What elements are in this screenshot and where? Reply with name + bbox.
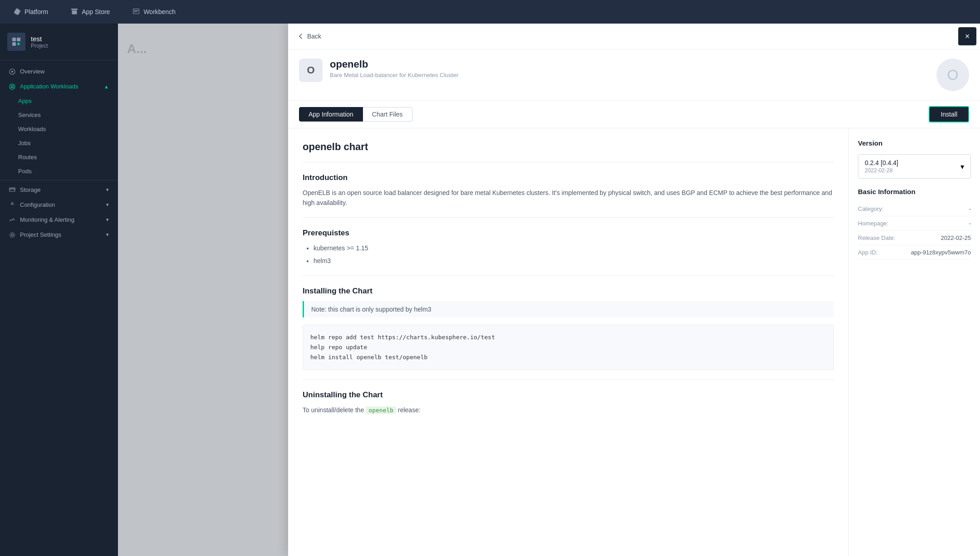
nav-workbench[interactable]: Workbench <box>128 5 180 18</box>
sidebar: test Project Overview Application Worklo… <box>0 24 118 556</box>
note-block: Note: this chart is only supported by he… <box>303 301 834 317</box>
app-id-label: App ID: <box>858 249 877 256</box>
project-info: test Project <box>31 35 48 49</box>
basic-info-title: Basic Information <box>858 188 971 195</box>
app-subtitle: Bare Metal Load-balancer for Kubernetes … <box>330 72 458 78</box>
sidebar-app-workloads-label: Application Workloads <box>20 83 78 90</box>
svg-rect-3 <box>18 43 20 45</box>
sidebar-project-settings-label: Project Settings <box>20 231 61 238</box>
install-button[interactable]: Install <box>929 106 969 122</box>
project-icon <box>7 33 25 51</box>
sidebar-item-configuration[interactable]: Configuration ▾ <box>0 197 118 212</box>
svg-rect-10 <box>13 85 14 87</box>
svg-point-8 <box>10 84 15 89</box>
project-type: Project <box>31 43 48 49</box>
nav-app-store[interactable]: App Store <box>66 5 114 18</box>
sidebar-item-workloads[interactable]: Workloads <box>0 122 118 136</box>
top-navigation: Platform App Store Workbench <box>0 0 980 24</box>
code-block: helm repo add test https://charts.kubesp… <box>303 325 834 370</box>
app-logo: O <box>299 59 323 82</box>
prerequisites-heading: Prerequistes <box>303 229 834 238</box>
app-name: openelb <box>330 59 458 70</box>
tabs-row: App Information Chart Files Install <box>288 101 980 128</box>
content-area: A... Back O openelb <box>118 24 980 556</box>
large-app-logo: O <box>936 59 969 91</box>
chevron-down-storage-icon: ▾ <box>106 187 109 193</box>
project-header[interactable]: test Project <box>0 24 118 60</box>
svg-rect-2 <box>12 42 16 46</box>
code-text: helm repo add test https://charts.kubesp… <box>310 332 826 362</box>
version-date: 2022-02-28 <box>865 167 898 174</box>
chevron-down-config-icon: ▾ <box>106 202 109 208</box>
back-button[interactable]: Back <box>297 31 326 42</box>
panel-body: openelb chart Introduction OpenELB is an… <box>288 128 980 556</box>
app-info-header: O openelb Bare Metal Load-balancer for K… <box>288 49 980 101</box>
prereq-item-2: helm3 <box>314 256 834 266</box>
nav-platform[interactable]: Platform <box>9 5 53 18</box>
sidebar-item-storage[interactable]: Storage ▾ <box>0 182 118 197</box>
svg-rect-1 <box>17 38 20 41</box>
svg-rect-9 <box>11 85 12 87</box>
overlay-panel: Back O openelb Bare Metal Load-balancer … <box>288 24 980 556</box>
uninstalling-heading: Uninstalling the Chart <box>303 390 834 400</box>
installing-heading: Installing the Chart <box>303 287 834 296</box>
release-date-value: 2022-02-25 <box>941 234 971 241</box>
category-label: Category: <box>858 205 883 212</box>
workbench-icon <box>132 8 140 15</box>
close-button[interactable]: × <box>958 27 976 45</box>
version-info: 0.2.4 [0.4.4] 2022-02-28 <box>865 159 898 174</box>
app-id-value: app-91z8xypv5wwm7o <box>911 249 971 256</box>
svg-rect-11 <box>11 87 12 88</box>
sidebar-item-services[interactable]: Services <box>0 108 118 122</box>
sidebar-item-pods[interactable]: Pods <box>0 164 118 178</box>
sidebar-item-project-settings[interactable]: Project Settings ▾ <box>0 227 118 242</box>
introduction-heading: Introduction <box>303 173 834 182</box>
info-row-release-date: Release Date: 2022-02-25 <box>858 231 971 245</box>
sidebar-item-jobs[interactable]: Jobs <box>0 136 118 150</box>
close-icon: × <box>965 32 970 41</box>
sidebar-item-routes[interactable]: Routes <box>0 150 118 164</box>
chevron-down-version-icon: ▾ <box>960 162 964 171</box>
svg-point-7 <box>11 71 13 73</box>
category-value: - <box>969 205 971 212</box>
back-label: Back <box>307 33 321 40</box>
panel-header: Back <box>288 24 980 49</box>
gear-icon <box>14 8 21 15</box>
back-arrow-icon <box>297 33 304 40</box>
sidebar-item-apps[interactable]: Apps <box>0 94 118 108</box>
sidebar-item-monitoring[interactable]: Monitoring & Alerting ▾ <box>0 212 118 227</box>
prerequisites-list: kubernetes >= 1.15 helm3 <box>303 243 834 266</box>
store-icon <box>71 8 78 15</box>
sidebar-config-label: Configuration <box>20 201 55 208</box>
tab-group: App Information Chart Files <box>299 107 412 122</box>
project-name: test <box>31 35 48 43</box>
tab-app-information[interactable]: App Information <box>299 107 363 122</box>
chart-title: openelb chart <box>303 141 834 153</box>
prereq-item-1: kubernetes >= 1.15 <box>314 243 834 253</box>
homepage-value: - <box>969 220 971 227</box>
introduction-text: OpenELB is an open source load balancer … <box>303 188 834 208</box>
inline-code-openelb: openelb <box>366 406 396 414</box>
app-title-group: openelb Bare Metal Load-balancer for Kub… <box>330 59 458 78</box>
nav-app-store-label: App Store <box>82 8 110 15</box>
svg-rect-12 <box>13 87 14 88</box>
svg-point-16 <box>10 232 15 237</box>
homepage-label: Homepage: <box>858 220 888 227</box>
svg-rect-0 <box>12 38 16 41</box>
sidebar-monitoring-label: Monitoring & Alerting <box>20 216 74 223</box>
svg-point-15 <box>11 234 14 236</box>
chevron-down-monitor-icon: ▾ <box>106 217 109 223</box>
version-dropdown[interactable]: 0.2.4 [0.4.4] 2022-02-28 ▾ <box>858 154 971 179</box>
tab-chart-files[interactable]: Chart Files <box>363 107 412 122</box>
panel-sidebar: Version 0.2.4 [0.4.4] 2022-02-28 ▾ Basic… <box>848 128 980 556</box>
note-text: Note: this chart is only supported by he… <box>311 306 431 313</box>
sidebar-item-overview[interactable]: Overview <box>0 64 118 79</box>
version-value: 0.2.4 [0.4.4] <box>865 159 898 166</box>
uninstalling-text: To uninstall/delete the openelb release: <box>303 405 834 415</box>
info-row-app-id: App ID: app-91z8xypv5wwm7o <box>858 245 971 260</box>
sidebar-item-app-workloads[interactable]: Application Workloads ▲ <box>0 79 118 94</box>
info-row-homepage: Homepage: - <box>858 216 971 231</box>
panel-main-content: openelb chart Introduction OpenELB is an… <box>288 128 848 556</box>
nav-platform-label: Platform <box>24 8 48 15</box>
nav-workbench-label: Workbench <box>143 8 176 15</box>
